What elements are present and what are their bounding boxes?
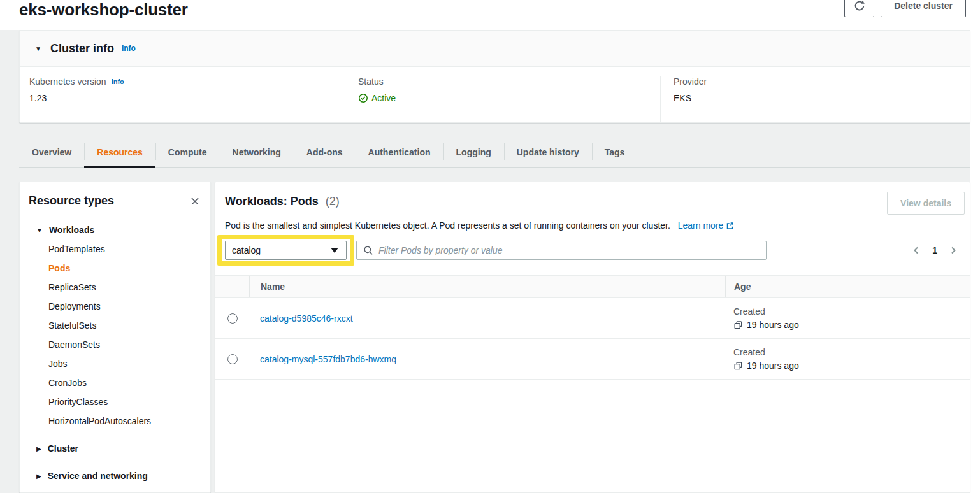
header-actions: Delete cluster bbox=[844, 0, 966, 17]
page-header: eks-workshop-cluster Delete cluster bbox=[0, 0, 980, 30]
tab-compute[interactable]: Compute bbox=[155, 137, 220, 167]
kubernetes-version-field: Kubernetes version Info 1.23 bbox=[20, 76, 340, 123]
close-icon[interactable] bbox=[189, 195, 201, 208]
pods-description: Pod is the smallest and simplest Kuberne… bbox=[225, 220, 670, 231]
previous-page-button[interactable] bbox=[911, 245, 921, 255]
sidebar-item-replicasets[interactable]: ReplicaSets bbox=[20, 278, 210, 297]
provider-label: Provider bbox=[674, 76, 970, 87]
selection-column-header bbox=[215, 276, 249, 297]
tab-authentication[interactable]: Authentication bbox=[356, 137, 443, 167]
search-icon bbox=[363, 245, 373, 255]
nav-group-workloads-label: Workloads bbox=[49, 225, 94, 235]
pods-filter-input[interactable] bbox=[378, 245, 760, 255]
tabs-divider bbox=[19, 167, 970, 168]
resource-types-nav: ▼ Workloads PodTemplates Pods ReplicaSet… bbox=[20, 220, 210, 485]
annotation-highlight-box: catalog bbox=[217, 235, 354, 266]
kubernetes-version-label: Kubernetes version bbox=[29, 76, 106, 87]
sidebar-item-priorityclasses[interactable]: PriorityClasses bbox=[20, 392, 210, 411]
page-title: eks-workshop-cluster bbox=[19, 0, 188, 20]
pod-name-link[interactable]: catalog-d5985c46-rxcxt bbox=[249, 313, 725, 324]
sidebar-item-horizontalpodautoscalers[interactable]: HorizontalPodAutoscalers bbox=[20, 411, 210, 431]
view-details-button[interactable]: View details bbox=[887, 192, 965, 215]
copy-icon bbox=[733, 361, 743, 371]
pods-filter-searchbox bbox=[356, 241, 767, 260]
sidebar-item-deployments[interactable]: Deployments bbox=[20, 297, 210, 316]
pod-name-link[interactable]: catalog-mysql-557fdb7bd6-hwxmq bbox=[249, 354, 725, 364]
learn-more-link[interactable]: Learn more bbox=[678, 220, 735, 231]
age-value: 19 hours ago bbox=[747, 361, 799, 371]
status-value: Active bbox=[371, 93, 396, 103]
name-column-header: Name bbox=[249, 276, 725, 297]
sidebar-item-cronjobs[interactable]: CronJobs bbox=[20, 373, 210, 392]
provider-value: EKS bbox=[674, 93, 970, 103]
tab-tags[interactable]: Tags bbox=[592, 137, 638, 167]
age-created-label: Created bbox=[733, 306, 970, 317]
sidebar-item-pods[interactable]: Pods bbox=[20, 259, 210, 278]
kubernetes-version-value: 1.23 bbox=[29, 93, 340, 103]
age-value: 19 hours ago bbox=[747, 320, 799, 330]
cluster-info-body: Kubernetes version Info 1.23 Status Acti… bbox=[20, 67, 970, 123]
status-check-icon bbox=[358, 93, 368, 103]
chevron-down-icon: ▼ bbox=[35, 45, 41, 52]
kubernetes-version-info-link[interactable]: Info bbox=[112, 78, 124, 85]
nav-group-cluster[interactable]: ▶ Cluster bbox=[20, 439, 210, 458]
status-label: Status bbox=[358, 76, 660, 87]
sidebar-item-statefulsets[interactable]: StatefulSets bbox=[20, 316, 210, 335]
age-column-header: Age bbox=[725, 276, 970, 297]
delete-cluster-button[interactable]: Delete cluster bbox=[881, 0, 966, 17]
panel-title: Workloads: Pods bbox=[225, 195, 319, 208]
namespace-filter-value: catalog bbox=[232, 245, 261, 255]
sidebar-item-jobs[interactable]: Jobs bbox=[20, 354, 210, 373]
resource-types-title: Resource types bbox=[29, 194, 114, 208]
pagination: 1 bbox=[911, 245, 965, 255]
external-link-icon bbox=[726, 222, 734, 230]
cluster-info-expander[interactable]: ▼ Cluster info Info bbox=[20, 31, 970, 67]
copy-icon bbox=[733, 320, 743, 330]
tab-resources[interactable]: Resources bbox=[84, 137, 155, 167]
eks-cluster-page: eks-workshop-cluster Delete cluster ▼ Cl… bbox=[0, 0, 980, 493]
pods-panel: Workloads: Pods (2) View details Pod is … bbox=[215, 182, 970, 493]
sidebar-item-daemonsets[interactable]: DaemonSets bbox=[20, 335, 210, 354]
tab-logging[interactable]: Logging bbox=[443, 137, 504, 167]
row-radio-button[interactable] bbox=[227, 354, 238, 364]
nav-group-cluster-label: Cluster bbox=[48, 443, 78, 454]
refresh-icon bbox=[854, 0, 865, 11]
nav-group-service-and-networking[interactable]: ▶ Service and networking bbox=[20, 466, 210, 485]
chevron-right-icon: ▶ bbox=[36, 473, 41, 480]
age-created-label: Created bbox=[733, 347, 970, 357]
table-row: catalog-d5985c46-rxcxt Created 19 hours … bbox=[215, 298, 970, 339]
tab-add-ons[interactable]: Add-ons bbox=[294, 137, 356, 167]
nav-group-service-networking-label: Service and networking bbox=[48, 471, 148, 481]
cluster-info-heading: Cluster info bbox=[50, 42, 114, 55]
next-page-button[interactable] bbox=[948, 245, 958, 255]
dropdown-caret-icon bbox=[331, 248, 338, 253]
refresh-button[interactable] bbox=[844, 0, 874, 17]
chevron-right-icon: ▶ bbox=[36, 445, 41, 452]
sidebar-item-podtemplates[interactable]: PodTemplates bbox=[20, 239, 210, 259]
cluster-info-card: ▼ Cluster info Info Kubernetes version I… bbox=[19, 30, 970, 123]
pods-table-header: Name Age bbox=[215, 275, 970, 298]
nav-group-workloads[interactable]: ▼ Workloads bbox=[20, 220, 210, 239]
cluster-tabs: Overview Resources Compute Networking Ad… bbox=[19, 137, 637, 167]
chevron-down-icon: ▼ bbox=[36, 227, 43, 234]
table-row: catalog-mysql-557fdb7bd6-hwxmq Created 1… bbox=[215, 339, 970, 380]
pods-count-badge: (2) bbox=[326, 195, 340, 208]
page-number[interactable]: 1 bbox=[932, 245, 937, 255]
tab-overview[interactable]: Overview bbox=[19, 137, 84, 167]
status-field: Status Active bbox=[340, 76, 660, 123]
row-radio-button[interactable] bbox=[227, 313, 238, 324]
resource-types-panel: Resource types ▼ Workloads PodTemplates … bbox=[19, 182, 211, 493]
cluster-info-info-link[interactable]: Info bbox=[122, 44, 136, 53]
provider-field: Provider EKS bbox=[660, 76, 970, 123]
namespace-filter-dropdown[interactable]: catalog bbox=[225, 241, 347, 260]
tab-update-history[interactable]: Update history bbox=[504, 137, 592, 167]
pods-table: Name Age catalog-d5985c46-rxcxt Created … bbox=[215, 275, 970, 380]
tab-networking[interactable]: Networking bbox=[220, 137, 294, 167]
